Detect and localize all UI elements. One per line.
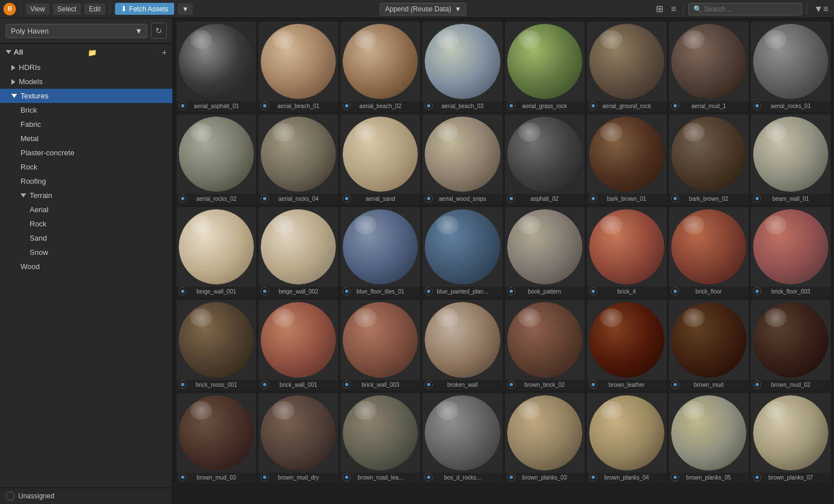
grid-view-button[interactable]: ⊞ — [654, 2, 665, 15]
sphere-inner-22 — [671, 209, 746, 284]
asset-item-aerial-wood-snips[interactable]: aerial_wood_snips — [422, 114, 502, 205]
sidebar-item-hdris[interactable]: HDRIs — [0, 60, 172, 75]
asset-item-brick-wall-001[interactable]: brick_wall_001 — [258, 300, 338, 390]
sidebar-item-snow[interactable]: Snow — [0, 245, 172, 259]
asset-item-aerial-rocks-04[interactable]: aerial_rocks_04 — [258, 114, 338, 205]
asset-item-brown-mud-dry[interactable]: brown_mud_dry — [258, 393, 338, 484]
asset-indicator-26 — [343, 381, 351, 389]
asset-item-bos-d-rocks---[interactable]: bos_d_rocks... — [422, 393, 502, 484]
asset-item-asphalt-02[interactable]: asphalt_02 — [505, 114, 585, 205]
asset-item-blue-floor-tiles-01[interactable]: blue_floor_tiles_01 — [340, 207, 420, 298]
view-menu[interactable]: View — [26, 3, 50, 15]
asset-item-brick-moss-001[interactable]: brick_moss_001 — [176, 300, 256, 390]
asset-item-aerial-rocks-01[interactable]: aerial_rocks_01 — [751, 22, 831, 112]
sphere-5 — [589, 24, 664, 99]
fetch-assets-dropdown[interactable]: ▼ — [178, 3, 194, 15]
sphere-inner-20 — [507, 209, 582, 284]
fetch-assets-button[interactable]: ⬇ Fetch Assets — [115, 3, 174, 15]
sidebar-item-brick[interactable]: Brick — [0, 103, 172, 117]
search-input[interactable] — [688, 3, 802, 15]
asset-label-13: bark_brown_01 — [587, 194, 667, 205]
asset-item-brown-planks-05[interactable]: brown_planks_05 — [669, 393, 749, 484]
edit-menu[interactable]: Edit — [84, 3, 105, 15]
filter-button[interactable]: ▼≡ — [812, 3, 831, 15]
asset-item-aerial-rocks-02[interactable]: aerial_rocks_02 — [176, 114, 256, 205]
asset-item-brown-road-lea---[interactable]: brown_road_lea... — [340, 393, 420, 484]
asset-item-brown-mud-02[interactable]: brown_mud_02 — [751, 300, 831, 390]
asset-item-bark-brown-01[interactable]: bark_brown_01 — [587, 114, 667, 205]
sidebar-item-aerial[interactable]: Aerial — [0, 203, 172, 217]
asset-thumb-3 — [422, 22, 502, 101]
asset-label-2: aerial_beach_02 — [340, 101, 420, 112]
asset-item-brown-planks-07[interactable]: brown_planks_07 — [751, 393, 831, 484]
asset-thumb-36 — [505, 393, 585, 473]
sphere-12 — [507, 117, 582, 192]
asset-item-brick-4[interactable]: brick_4 — [587, 207, 667, 298]
asset-item-brown-mud-03[interactable]: brown_mud_03 — [176, 393, 256, 484]
list-view-button[interactable]: ≡ — [669, 3, 679, 15]
asset-item-brick-floor[interactable]: brick_floor — [669, 207, 749, 298]
asset-thumb-6 — [669, 22, 749, 101]
asset-label-37: brown_planks_04 — [587, 473, 667, 484]
tree-all-header[interactable]: All 📁 + — [0, 44, 172, 60]
asset-item-blue-painted-plan---[interactable]: blue_painted_plan... — [422, 207, 502, 298]
asset-indicator-33 — [261, 473, 269, 481]
select-menu[interactable]: Select — [53, 3, 81, 15]
sphere-inner-28 — [507, 302, 582, 377]
asset-indicator-24 — [179, 381, 187, 389]
asset-label-31: brown_mud_02 — [751, 380, 831, 391]
asset-indicator-14 — [671, 195, 679, 203]
asset-item-bark-brown-02[interactable]: bark_brown_02 — [669, 114, 749, 205]
refresh-button[interactable]: ↻ — [151, 23, 167, 39]
sidebar-item-sand[interactable]: Sand — [0, 231, 172, 245]
sidebar-item-terrain[interactable]: Terrain — [0, 188, 172, 203]
asset-item-brown-planks-03[interactable]: brown_planks_03 — [505, 393, 585, 484]
asset-item-aerial-beach-03[interactable]: aerial_beach_03 — [422, 22, 502, 112]
sidebar-item-wood[interactable]: Wood — [0, 259, 172, 274]
asset-label-8: aerial_rocks_02 — [176, 194, 256, 205]
sphere-inner-29 — [589, 302, 664, 377]
asset-item-aerial-beach-02[interactable]: aerial_beach_02 — [340, 22, 420, 112]
asset-item-brown-mud[interactable]: brown_mud — [669, 300, 749, 390]
sphere-18 — [343, 209, 418, 284]
sphere-inner-36 — [507, 395, 582, 470]
append-dropdown[interactable]: Append (Reuse Data) ▼ — [380, 3, 466, 15]
sidebar-item-textures[interactable]: Textures — [0, 89, 172, 103]
asset-item-beige-wall-001[interactable]: beige_wall_001 — [176, 207, 256, 298]
sidebar-item-models[interactable]: Models — [0, 75, 172, 89]
asset-item-beige-wall-002[interactable]: beige_wall_002 — [258, 207, 338, 298]
asset-item-brown-planks-04[interactable]: brown_planks_04 — [587, 393, 667, 484]
asset-item-beam-wall-01[interactable]: beam_wall_01 — [751, 114, 831, 205]
asset-thumb-28 — [505, 300, 585, 379]
add-category-button[interactable]: 📁 — [88, 48, 97, 57]
asset-item-aerial-ground-rock[interactable]: aerial_ground_rock — [587, 22, 667, 112]
sphere-6 — [671, 24, 746, 99]
asset-label-23: brick_floor_003 — [751, 287, 831, 298]
source-dropdown[interactable]: Poly Haven ▼ — [6, 24, 147, 38]
asset-indicator-31 — [753, 381, 761, 389]
sidebar-item-metal[interactable]: Metal — [0, 131, 172, 146]
asset-item-book-pattern[interactable]: book_pattern — [505, 207, 585, 298]
asset-label-29: brown_leather — [587, 380, 667, 391]
sidebar-item-fabric[interactable]: Fabric — [0, 117, 172, 131]
asset-item-brown-leather[interactable]: brown_leather — [587, 300, 667, 390]
sphere-inner-5 — [589, 24, 664, 99]
asset-item-aerial-grass-rock[interactable]: aerial_grass_rock — [505, 22, 585, 112]
asset-item-broken-wall[interactable]: broken_wall — [422, 300, 502, 390]
asset-item-aerial-sand[interactable]: aerial_sand — [340, 114, 420, 205]
asset-item-aerial-mud-1[interactable]: aerial_mud_1 — [669, 22, 749, 112]
hdris-arrow-icon — [11, 65, 15, 71]
asset-item-brick-floor-003[interactable]: brick_floor_003 — [751, 207, 831, 298]
asset-item-aerial-asphalt-01[interactable]: aerial_asphalt_01 — [176, 22, 256, 112]
sidebar-item-roofing[interactable]: Roofing — [0, 174, 172, 188]
asset-item-brick-wall-003[interactable]: brick_wall_003 — [340, 300, 420, 390]
sphere-14 — [671, 117, 746, 192]
sidebar-item-terrain-rock[interactable]: Rock — [0, 217, 172, 231]
asset-item-brown-brick-02[interactable]: brown_brick_02 — [505, 300, 585, 390]
sidebar-item-plaster[interactable]: Plaster-concrete — [0, 146, 172, 160]
add-button[interactable]: + — [162, 47, 167, 57]
asset-thumb-1 — [258, 22, 338, 101]
sidebar-item-rock[interactable]: Rock — [0, 160, 172, 174]
asset-item-aerial-beach-01[interactable]: aerial_beach_01 — [258, 22, 338, 112]
asset-label-35: bos_d_rocks... — [422, 473, 502, 484]
